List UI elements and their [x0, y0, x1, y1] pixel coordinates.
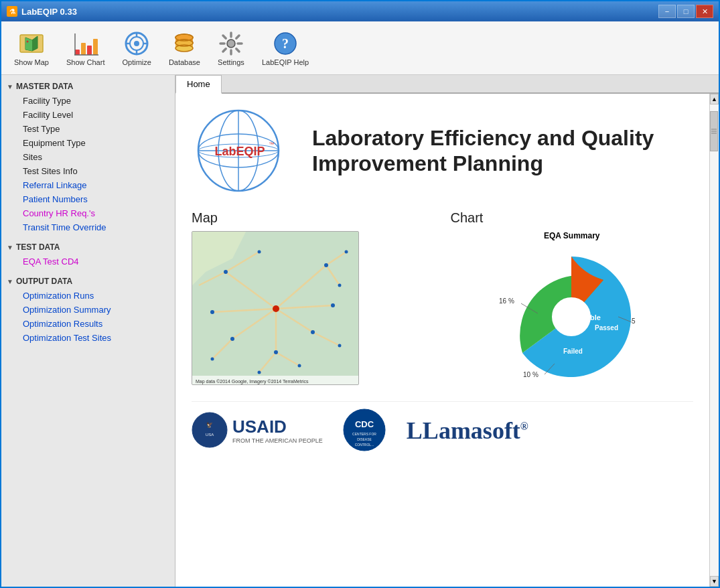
sidebar-item-optimization-results[interactable]: Optimization Results — [7, 317, 169, 331]
sidebar-item-eqa-test-cd4[interactable]: EQA Test CD4 — [7, 254, 169, 269]
sidebar-item-transit-time-override[interactable]: Transit Time Override — [7, 220, 169, 234]
test-data-arrow: ▼ — [7, 244, 13, 251]
master-data-title: MASTER DATA — [16, 82, 74, 91]
svg-point-64 — [324, 263, 328, 267]
scroll-track[interactable] — [710, 104, 719, 576]
tab-bar: Home — [175, 75, 719, 94]
show-map-button[interactable]: Show Map — [7, 27, 56, 70]
svg-point-66 — [230, 337, 234, 341]
svg-text:DISEASE: DISEASE — [357, 437, 372, 441]
svg-line-33 — [223, 48, 226, 51]
settings-button[interactable]: Settings — [210, 27, 252, 70]
dashboard: Map — [192, 210, 693, 390]
sidebar-item-referral-linkage[interactable]: Referral Linkage — [7, 178, 169, 192]
database-button[interactable]: Database — [161, 27, 208, 70]
svg-point-4 — [26, 40, 28, 42]
title-bar: ⚗ LabEQIP 0.33 − □ ✕ — [1, 1, 719, 21]
sidebar-item-optimization-runs[interactable]: Optimization Runs — [7, 289, 169, 303]
svg-point-65 — [311, 330, 315, 334]
svg-point-69 — [331, 303, 335, 307]
usaid-logo: 🦅 USA USAID FROM THE AMERICAN PEOPLE — [192, 412, 323, 449]
show-chart-button[interactable]: Show Chart — [59, 27, 112, 70]
map-panel: Map — [192, 210, 435, 390]
chart-panel: Chart EQA Summary — [451, 210, 694, 390]
scroll-up-arrow[interactable]: ▲ — [710, 94, 719, 104]
sidebar-item-facility-level[interactable]: Facility Level — [7, 108, 169, 122]
llamasoft-text: LLamasoft — [407, 417, 520, 444]
hero-section: LabEQIP ™ Laboratory Efficiency and Qual… — [192, 107, 693, 194]
master-data-section: ▼ MASTER DATA Facility Type Facility Lev… — [1, 75, 175, 236]
svg-rect-6 — [81, 43, 86, 55]
usaid-text: USAID FROM THE AMERICAN PEOPLE — [232, 417, 323, 444]
svg-text:?: ? — [282, 36, 289, 51]
scroll-thumb[interactable] — [710, 111, 718, 151]
sidebar-item-optimization-test-sites[interactable]: Optimization Test Sites — [7, 331, 169, 345]
show-chart-icon — [72, 30, 99, 57]
svg-point-75 — [258, 371, 261, 374]
cdc-icon: CDC CENTERS FOR DISEASE CONTROL... — [343, 409, 386, 452]
svg-line-32 — [236, 35, 239, 38]
svg-point-71 — [345, 250, 348, 254]
svg-text:16 %: 16 % — [499, 297, 514, 305]
optimize-icon — [123, 30, 150, 57]
llamasoft-registered: ® — [520, 421, 528, 432]
app-title: LabEQIP 0.33 — [21, 7, 77, 17]
svg-text:🦅: 🦅 — [206, 421, 213, 428]
sidebar-item-country-hr-reqs[interactable]: Country HR Req.'s — [7, 206, 169, 220]
scroll-down-arrow[interactable]: ▼ — [710, 576, 719, 587]
sidebar-item-test-sites-info[interactable]: Test Sites Info — [7, 164, 169, 178]
app-window: ⚗ LabEQIP 0.33 − □ ✕ Show Map — [0, 0, 720, 588]
map-display: Map data ©2014 Google, Imagery ©2014 Ter… — [192, 231, 359, 385]
database-label: Database — [169, 58, 200, 66]
minimize-button[interactable]: − — [658, 5, 676, 18]
tab-home[interactable]: Home — [175, 75, 222, 94]
sidebar-item-equipment-type[interactable]: Equipment Type — [7, 136, 169, 150]
svg-point-67 — [274, 350, 278, 354]
sidebar-item-optimization-summary[interactable]: Optimization Summary — [7, 303, 169, 317]
svg-line-31 — [236, 48, 239, 51]
svg-point-89 — [192, 413, 227, 447]
close-button[interactable]: ✕ — [696, 5, 713, 18]
sidebar-item-facility-type[interactable]: Facility Type — [7, 94, 169, 108]
output-data-header: ▼ OUTPUT DATA — [7, 274, 169, 289]
settings-icon — [218, 30, 244, 57]
sidebar: ▼ MASTER DATA Facility Type Facility Lev… — [1, 75, 175, 587]
home-content: LabEQIP ™ Laboratory Efficiency and Qual… — [175, 94, 709, 587]
output-data-section: ▼ OUTPUT DATA Optimization Runs Optimiza… — [1, 270, 175, 346]
sponsors-section: 🦅 USA USAID FROM THE AMERICAN PEOPLE — [192, 401, 693, 452]
show-map-icon — [18, 30, 45, 57]
vertical-scrollbar[interactable]: ▲ ▼ — [709, 94, 719, 587]
labeqip-logo-svg: LabEQIP ™ — [192, 107, 292, 194]
svg-rect-7 — [87, 46, 92, 55]
pie-chart-svg: Not Available Passed Failed 16 % 5 10 % — [451, 243, 665, 390]
sidebar-item-test-type[interactable]: Test Type — [7, 122, 169, 136]
svg-text:Map data ©2014 Google, Imagery: Map data ©2014 Google, Imagery ©2014 Ter… — [196, 379, 309, 384]
svg-point-62 — [273, 305, 279, 312]
hero-text: Laboratory Efficiency and Quality Improv… — [312, 125, 693, 177]
show-map-label: Show Map — [14, 58, 49, 66]
svg-point-72 — [338, 284, 342, 287]
svg-point-70 — [258, 250, 261, 254]
map-svg: Map data ©2014 Google, Imagery ©2014 Ter… — [192, 232, 359, 385]
svg-rect-5 — [75, 50, 80, 55]
maximize-button[interactable]: □ — [677, 5, 695, 18]
svg-point-74 — [211, 358, 214, 361]
settings-label: Settings — [218, 58, 244, 66]
help-button[interactable]: ? LabEQIP Help — [255, 27, 316, 70]
sidebar-item-patient-numbers[interactable]: Patient Numbers — [7, 192, 169, 206]
test-data-header: ▼ TEST DATA — [7, 240, 169, 254]
title-bar-left: ⚗ LabEQIP 0.33 — [7, 6, 77, 17]
chart-area: EQA Summary — [451, 231, 694, 390]
svg-text:Failed: Failed — [563, 348, 583, 355]
svg-text:CENTERS FOR: CENTERS FOR — [352, 432, 376, 436]
sidebar-item-sites[interactable]: Sites — [7, 150, 169, 164]
svg-line-30 — [223, 35, 226, 38]
usaid-sub-text: FROM THE AMERICAN PEOPLE — [232, 437, 323, 444]
usaid-circle-icon: 🦅 USA — [192, 412, 228, 449]
help-icon: ? — [272, 30, 299, 57]
svg-rect-8 — [93, 39, 98, 55]
optimize-button[interactable]: Optimize — [115, 27, 158, 70]
svg-text:USA: USA — [206, 433, 214, 437]
chart-panel-title: Chart — [451, 210, 694, 226]
svg-point-13 — [134, 41, 139, 46]
